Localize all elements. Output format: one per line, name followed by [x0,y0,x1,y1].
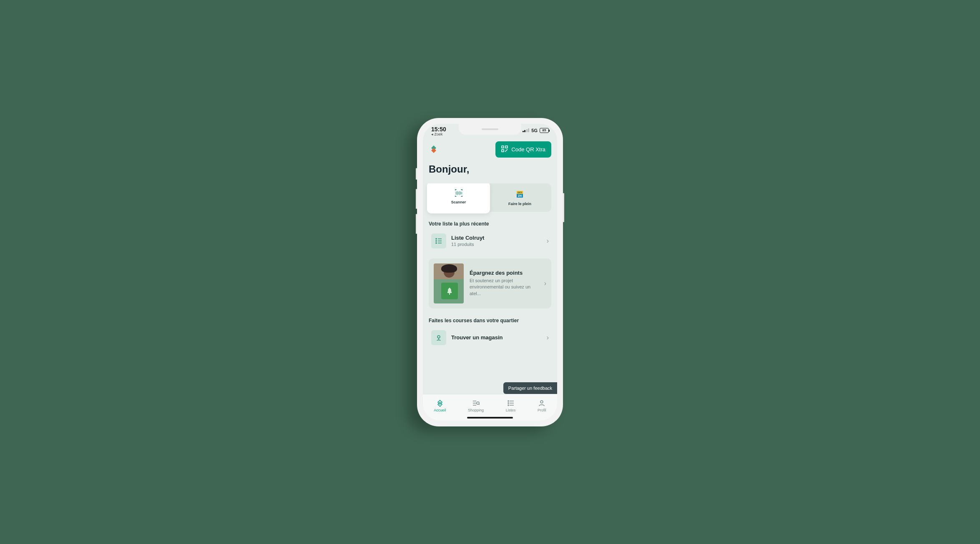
profile-icon [538,399,545,407]
find-store-label: Trouver un magasin [451,334,542,341]
svg-point-24 [540,401,543,403]
promo-image [434,263,464,303]
scanner-label: Scanner [451,200,466,204]
tab-lists-label: Listes [506,408,516,412]
qr-code-button[interactable]: Code QR Xtra [495,141,551,158]
tab-shopping-label: Shopping [468,408,484,412]
home-icon [436,399,444,407]
stores-section-title: Faites les courses dans votre quartier [429,318,551,323]
store-pin-icon [431,330,446,345]
svg-point-5 [507,149,508,150]
promo-card[interactable]: Épargnez des points Et soutenez un proje… [429,258,551,308]
recent-list-card[interactable]: Liste Colruyt 11 produits › [429,230,551,252]
tab-home-label: Accueil [434,408,446,412]
screen: 15:50 ◂ Zoek 5G 85 Code QR Xtra [423,124,557,421]
app-logo-icon [429,144,439,154]
notch [459,124,521,135]
status-time: 15:50 [431,126,446,133]
svg-rect-0 [502,146,504,148]
svg-point-20 [508,403,509,404]
fuel-card[interactable]: DATS 24 Faire le plein [488,183,551,212]
shopping-icon [472,399,480,407]
phone-frame: 15:50 ◂ Zoek 5G 85 Code QR Xtra [417,118,563,426]
svg-rect-1 [505,146,508,148]
svg-point-22 [508,405,509,406]
tab-profile-label: Profil [538,408,546,412]
svg-point-8 [436,241,437,241]
svg-point-4 [505,151,506,151]
svg-point-6 [436,238,437,239]
list-sub: 11 produits [451,242,542,247]
tab-lists[interactable]: Listes [506,399,516,412]
side-button [416,189,417,209]
feedback-button[interactable]: Partager un feedback [503,382,557,394]
tab-shopping[interactable]: Shopping [468,399,484,412]
fuel-label: Faire le plein [508,202,531,206]
qr-button-label: Code QR Xtra [511,146,545,153]
svg-point-10 [436,243,437,243]
status-back-link[interactable]: ◂ Zoek [431,133,446,137]
recent-list-section-title: Votre liste la plus récente [429,221,551,227]
signal-icon [523,128,530,132]
promo-desc: Et soutenez un projet environnemental ou… [470,278,538,297]
scanner-icon [454,189,463,197]
svg-point-18 [508,401,509,401]
chevron-right-icon: › [544,280,546,287]
list-name: Liste Colruyt [451,235,542,241]
qr-icon [501,145,508,153]
svg-point-12 [437,336,440,338]
lists-icon [507,399,515,407]
side-button [563,193,564,222]
side-button [416,214,417,234]
greeting-title: Bonjour, [423,162,557,183]
svg-rect-2 [502,150,504,152]
chevron-right-icon: › [547,237,549,245]
promo-title: Épargnez des points [470,270,538,276]
list-icon [431,233,446,248]
svg-point-3 [506,150,507,150]
find-store-card[interactable]: Trouver un magasin › [429,327,551,348]
scanner-card[interactable]: Scanner [427,183,490,213]
network-label: 5G [531,128,538,133]
chevron-right-icon: › [547,334,549,341]
svg-line-17 [479,404,480,405]
action-cards: Scanner DATS 24 Faire le plein [429,183,551,212]
home-indicator[interactable] [467,417,513,419]
tab-home[interactable]: Accueil [434,399,446,412]
tree-icon [441,283,458,299]
side-button [416,168,417,180]
tab-profile[interactable]: Profil [538,399,546,412]
battery-icon: 85 [540,128,549,133]
dats-icon: DATS 24 [515,191,525,198]
